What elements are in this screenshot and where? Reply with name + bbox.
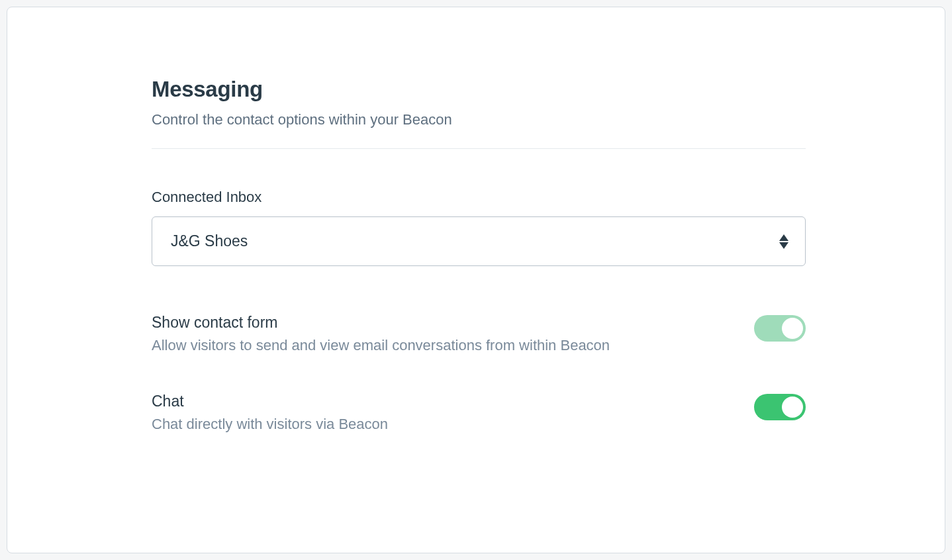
chat-text: Chat Chat directly with visitors via Bea…: [152, 393, 388, 433]
section-title: Messaging: [152, 77, 806, 102]
chat-toggle[interactable]: [754, 394, 806, 420]
section-header: Messaging Control the contact options wi…: [152, 77, 806, 149]
chat-title: Chat: [152, 393, 388, 410]
chat-desc: Chat directly with visitors via Beacon: [152, 416, 388, 433]
connected-inbox-label: Connected Inbox: [152, 189, 806, 206]
messaging-section: Messaging Control the contact options wi…: [7, 7, 945, 473]
settings-panel: Messaging Control the contact options wi…: [7, 7, 945, 553]
show-contact-form-text: Show contact form Allow visitors to send…: [152, 314, 610, 354]
toggle-knob: [782, 397, 803, 418]
show-contact-form-row: Show contact form Allow visitors to send…: [152, 314, 806, 354]
connected-inbox-field: Connected Inbox J&G Shoes: [152, 189, 806, 266]
chat-row: Chat Chat directly with visitors via Bea…: [152, 393, 806, 433]
show-contact-form-title: Show contact form: [152, 314, 610, 332]
connected-inbox-select[interactable]: J&G Shoes: [152, 216, 806, 266]
show-contact-form-desc: Allow visitors to send and view email co…: [152, 337, 610, 354]
show-contact-form-toggle[interactable]: [754, 315, 806, 342]
connected-inbox-select-wrap: J&G Shoes: [152, 216, 806, 266]
toggle-knob: [782, 318, 803, 339]
section-subtitle: Control the contact options within your …: [152, 111, 806, 128]
